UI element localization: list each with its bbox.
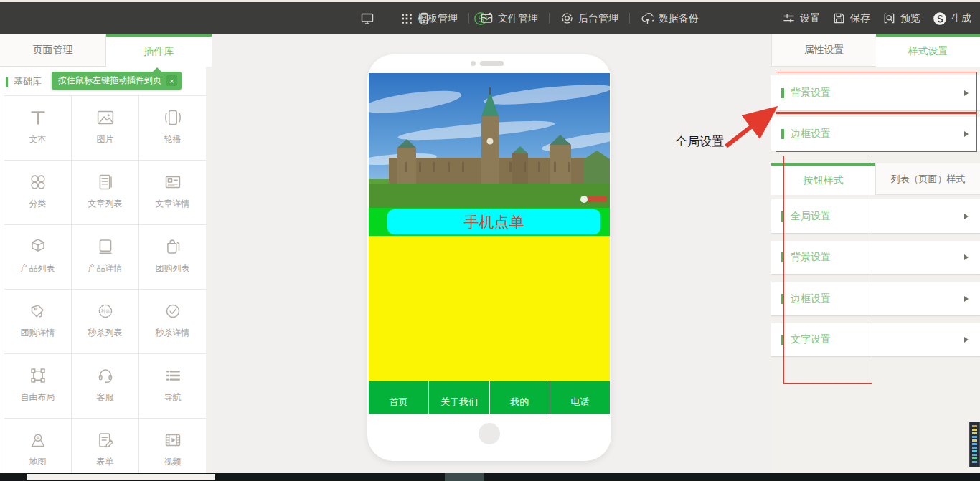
generate-icon [933, 11, 947, 26]
free-layout-icon [26, 363, 50, 388]
plugin-item-article-list[interactable]: 文章列表 [72, 161, 139, 225]
horizontal-scrollbar[interactable] [0, 473, 980, 481]
section-label: 边框设置 [791, 128, 831, 141]
plugin-sidebar: 页面管理 插件库 基础库 文本 图片 轮播 分类 [0, 34, 212, 473]
phone-body-block[interactable] [369, 236, 610, 381]
plugin-item-customer-service[interactable]: 客服 [72, 354, 139, 419]
desktop-view-icon[interactable] [360, 11, 374, 26]
tooltip-text: 按住鼠标左键拖动插件到页 [58, 75, 161, 87]
plugin-item-category[interactable]: 分类 [4, 161, 72, 225]
settings-button[interactable]: 设置 [782, 11, 820, 25]
cloud-upload-icon [641, 11, 654, 25]
preview-button[interactable]: 预览 [882, 11, 920, 25]
category-icon [26, 170, 50, 194]
plugin-item-groupbuy-list[interactable]: 团购列表 [139, 225, 207, 290]
menu-backend-manage[interactable]: 后台管理 [560, 11, 618, 25]
title-strip[interactable]: 手机点单 [369, 208, 610, 236]
tab-style-settings[interactable]: 样式设置 [876, 34, 980, 67]
green-marker [6, 77, 8, 87]
phone-home-button [479, 423, 500, 444]
plugin-item-map[interactable]: 地图 [4, 419, 72, 481]
tooltip-close-icon[interactable]: × [166, 75, 177, 86]
action-label: 设置 [800, 12, 820, 25]
section-button-border-settings[interactable]: 边框设置 [771, 282, 980, 316]
plugin-label: 秒杀列表 [88, 327, 123, 339]
file-icon [480, 11, 494, 25]
menu-data-backup[interactable]: 数据备份 [641, 11, 699, 25]
tab-attribute-settings[interactable]: 属性设置 [771, 34, 876, 67]
form-icon [93, 428, 118, 452]
plugin-item-seckill-list[interactable]: 秒杀 秒杀列表 [72, 290, 139, 354]
plugin-item-article-detail[interactable]: 文章详情 [139, 161, 207, 225]
plugin-item-navigation[interactable]: 导航 [139, 354, 207, 419]
plugin-label: 分类 [29, 198, 47, 210]
sidebar-scrollbar[interactable] [206, 67, 212, 473]
chevron-right-icon [964, 337, 969, 343]
plugin-item-groupbuy-detail[interactable]: 团购详情 [4, 290, 72, 354]
tab-button-style[interactable]: 按钮样式 [771, 163, 875, 195]
phone-nav-home[interactable]: 首页 [369, 381, 429, 414]
image-watermark [580, 196, 607, 203]
scrollbar-thumb[interactable] [27, 474, 215, 480]
drag-hint-tooltip: 按住鼠标左键拖动插件到页 × [52, 72, 182, 90]
plugin-label: 自由布局 [21, 391, 55, 404]
phone-bottom-nav: 首页 关于我们 我的 电话 [369, 381, 610, 414]
plugin-item-product-list[interactable]: 产品列表 [4, 225, 72, 290]
plugin-label: 团购详情 [21, 327, 55, 339]
plugin-item-free-layout[interactable]: 自由布局 [4, 354, 72, 419]
section-border-settings[interactable]: 边框设置 [771, 117, 980, 151]
plugin-item-product-detail[interactable]: 产品详情 [72, 225, 139, 290]
section-label: 背景设置 [791, 87, 831, 100]
save-button[interactable]: 保存 [832, 11, 870, 25]
map-pin-icon [26, 428, 50, 452]
tab-plugin-library[interactable]: 插件库 [106, 34, 212, 67]
product-list-icon [26, 234, 50, 259]
headset-icon [93, 363, 118, 388]
section-label: 背景设置 [791, 251, 831, 264]
generate-button[interactable]: 生成 [933, 11, 971, 26]
plugin-item-image[interactable]: 图片 [72, 96, 139, 161]
phone-nav-about[interactable]: 关于我们 [429, 381, 489, 414]
plugin-item-seckill-detail[interactable]: 秒杀详情 [139, 290, 207, 354]
phone-nav-phone[interactable]: 电话 [550, 381, 610, 414]
plugin-item-carousel[interactable]: 轮播 [139, 96, 207, 161]
phone-screen: 手机点单 首页 关于我们 我的 电话 [369, 73, 610, 414]
banner-image[interactable] [369, 73, 610, 208]
chevron-right-icon [964, 296, 969, 302]
list-nav-icon [161, 363, 185, 388]
chevron-right-icon [964, 214, 969, 219]
plugin-label: 团购列表 [156, 262, 190, 275]
section-background-settings[interactable]: 背景设置 [771, 75, 980, 111]
toolbar-actions: 设置 保存 预览 生成 [782, 2, 971, 34]
article-detail-icon [161, 170, 185, 194]
menu-label: 数据备份 [659, 12, 699, 25]
plugin-label: 视频 [164, 456, 182, 468]
phone-nav-mine[interactable]: 我的 [490, 381, 550, 414]
section-button-background-settings[interactable]: 背景设置 [771, 241, 980, 275]
section-label: 边框设置 [791, 292, 831, 305]
action-label: 生成 [951, 12, 971, 25]
menu-template-manage[interactable]: 模板管理 [400, 12, 458, 25]
plugin-label: 文本 [29, 133, 47, 146]
menu-label: 模板管理 [418, 12, 458, 25]
plugin-item-text[interactable]: 文本 [4, 96, 72, 161]
settings-panel: 属性设置 样式设置 背景设置 边框设置 按钮样式 列表（页面）样式 全局设置 背… [771, 34, 980, 473]
phone-title-bar[interactable]: 手机点单 [387, 209, 600, 234]
gear-icon [560, 11, 574, 25]
action-label: 预览 [900, 12, 920, 25]
divider [629, 13, 630, 24]
annotation-arrow [719, 99, 785, 153]
section-text-settings[interactable]: 文字设置 [771, 323, 980, 357]
tab-list-page-style[interactable]: 列表（页面）样式 [875, 163, 980, 195]
button-style-tabs: 按钮样式 列表（页面）样式 [771, 163, 980, 195]
chevron-right-icon [964, 90, 969, 96]
tab-page-manage[interactable]: 页面管理 [0, 34, 106, 67]
plugin-item-form[interactable]: 表单 [72, 419, 139, 481]
plugin-item-video[interactable]: 视频 [139, 419, 207, 481]
groupbuy-list-icon [161, 234, 185, 259]
plugin-label: 文章详情 [156, 198, 190, 210]
scrollbar-segment [445, 473, 484, 481]
menu-file-manage[interactable]: 文件管理 [480, 11, 538, 25]
section-global-settings[interactable]: 全局设置 [771, 199, 980, 234]
plugin-label: 地图 [29, 456, 47, 468]
